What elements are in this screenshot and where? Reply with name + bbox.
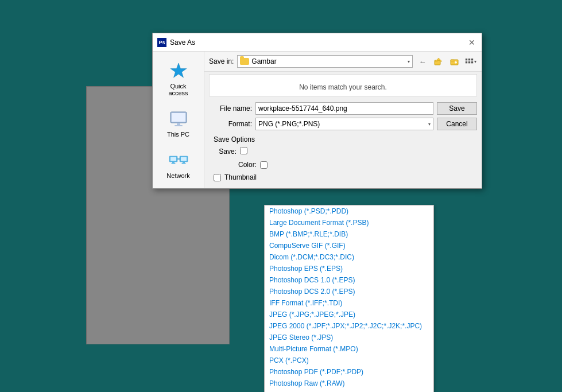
dropdown-item-large-doc[interactable]: Large Document Format (*.PSB) xyxy=(265,217,433,228)
dropdown-item-eps[interactable]: Photoshop EPS (*.EPS) xyxy=(265,263,433,274)
svg-rect-2 xyxy=(172,113,185,122)
view-button[interactable]: ▾ xyxy=(464,55,477,68)
view-dropdown-arrow: ▾ xyxy=(474,59,476,64)
svg-rect-7 xyxy=(172,162,175,163)
dropdown-item-jpeg2000[interactable]: JPEG 2000 (*.JPF;*.JPX;*.JP2;*.J2C;*.J2K… xyxy=(265,320,433,332)
dropdown-item-photoshop[interactable]: Photoshop (*.PSD;*.PDD) xyxy=(265,205,433,217)
save-as-dialog: Ps Save As ✕ Quick access xyxy=(152,33,482,189)
format-label: Format: xyxy=(209,120,252,128)
svg-rect-21 xyxy=(468,59,470,60)
path-combo[interactable]: Gambar ▾ xyxy=(237,55,413,68)
dropdown-item-iff[interactable]: IFF Format (*.IFF;*.TDI) xyxy=(265,297,433,309)
folder-icon xyxy=(240,58,249,65)
toolbar: Save in: Gambar ▾ ← xyxy=(204,52,482,72)
cancel-button[interactable]: Cancel xyxy=(437,118,477,130)
svg-rect-3 xyxy=(177,123,180,125)
file-list: No items match your search. xyxy=(209,74,477,96)
content-area: Save in: Gambar ▾ ← xyxy=(204,52,482,188)
new-folder-button[interactable] xyxy=(448,55,461,68)
path-combo-text: Gambar xyxy=(240,57,276,65)
dropdown-item-dicom[interactable]: Dicom (*.DCM;*.DC3;*.DIC) xyxy=(265,251,433,263)
thumbnail-checkbox[interactable] xyxy=(214,174,221,181)
color-section: Color: xyxy=(209,158,477,171)
save-checkbox-row xyxy=(240,147,247,154)
sidebar-item-this-pc-label: This PC xyxy=(167,131,189,138)
sidebar-item-quick-access[interactable]: Quick access xyxy=(157,57,200,100)
format-combo[interactable]: PNG (*.PNG;*.PNS) ▾ xyxy=(255,118,433,130)
save-label: Save: xyxy=(214,148,237,156)
photoshop-icon: Ps xyxy=(157,38,166,47)
title-bar-left: Ps Save As xyxy=(157,38,195,47)
save-button[interactable]: Save xyxy=(437,102,477,115)
file-name-input[interactable] xyxy=(255,102,433,115)
sidebar-item-quick-access-label: Quick access xyxy=(160,83,197,96)
thumbnail-label: Thumbnail xyxy=(224,173,257,181)
save-checkbox[interactable] xyxy=(240,147,247,154)
bottom-form: File name: Save Format: PNG (*.PNG;*.PNS… xyxy=(204,99,482,188)
file-name-row: File name: Save xyxy=(209,102,477,115)
close-button[interactable]: ✕ xyxy=(467,37,477,48)
dropdown-item-compuserve[interactable]: CompuServe GIF (*.GIF) xyxy=(265,240,433,251)
save-in-label: Save in: xyxy=(209,57,234,65)
file-name-label: File name: xyxy=(209,104,252,112)
title-bar: Ps Save As ✕ xyxy=(153,33,482,52)
dropdown-item-pcx[interactable]: PCX (*.PCX) xyxy=(265,355,433,366)
dialog-title: Save As xyxy=(170,38,195,46)
svg-rect-20 xyxy=(466,59,467,60)
color-label: Color: xyxy=(214,161,257,169)
svg-rect-23 xyxy=(466,61,467,63)
sidebar: Quick access This PC xyxy=(153,52,204,188)
quick-access-icon xyxy=(167,61,190,81)
dialog-content: Quick access This PC xyxy=(153,52,482,188)
sidebar-item-this-pc[interactable]: This PC xyxy=(157,106,200,141)
color-checkbox[interactable] xyxy=(260,161,268,169)
back-button[interactable]: ← xyxy=(416,55,429,68)
format-row: Format: PNG (*.PNG;*.PNS) ▾ Cancel xyxy=(209,118,477,130)
format-combo-arrow: ▾ xyxy=(428,122,431,127)
up-folder-button[interactable] xyxy=(432,55,445,68)
dropdown-item-jpeg[interactable]: JPEG (*.JPG;*.JPEG;*.JPE) xyxy=(265,309,433,320)
no-items-message: No items match your search. xyxy=(299,83,387,91)
svg-marker-0 xyxy=(170,63,187,77)
thumbnail-section: Thumbnail xyxy=(209,171,477,184)
svg-rect-12 xyxy=(181,163,185,164)
svg-rect-10 xyxy=(181,157,187,161)
dropdown-item-pdf[interactable]: Photoshop PDF (*.PDF;*.PDP) xyxy=(265,366,433,378)
format-dropdown[interactable]: Photoshop (*.PSD;*.PDD)Large Document Fo… xyxy=(264,205,434,392)
svg-rect-11 xyxy=(183,162,185,163)
this-pc-icon xyxy=(167,109,190,129)
current-folder: Gambar xyxy=(251,57,276,65)
save-options-title: Save Options xyxy=(214,135,255,143)
format-value: PNG (*.PNG;*.PNS) xyxy=(258,120,320,128)
dropdown-item-dcs2[interactable]: Photoshop DCS 2.0 (*.EPS) xyxy=(265,286,433,297)
svg-rect-8 xyxy=(171,163,175,164)
svg-rect-24 xyxy=(468,61,470,63)
svg-rect-22 xyxy=(471,59,473,60)
sidebar-item-network[interactable]: Network xyxy=(157,147,200,183)
dropdown-item-raw[interactable]: Photoshop Raw (*.RAW) xyxy=(265,378,433,389)
save-options-section: Save Options Save: xyxy=(209,133,477,158)
dropdown-item-dcs1[interactable]: Photoshop DCS 1.0 (*.EPS) xyxy=(265,274,433,286)
combo-arrow-icon: ▾ xyxy=(408,59,410,64)
dropdown-item-jpeg-stereo[interactable]: JPEG Stereo (*.JPS) xyxy=(265,332,433,343)
svg-rect-6 xyxy=(170,157,176,161)
svg-rect-25 xyxy=(471,61,473,63)
sidebar-item-network-label: Network xyxy=(166,172,189,179)
network-icon xyxy=(167,150,190,170)
svg-rect-4 xyxy=(175,125,183,126)
dropdown-item-bmp[interactable]: BMP (*.BMP;*.RLE;*.DIB) xyxy=(265,228,433,240)
dropdown-item-multi-picture[interactable]: Multi-Picture Format (*.MPO) xyxy=(265,343,433,355)
svg-rect-17 xyxy=(451,60,454,61)
dropdown-item-pixar[interactable]: Pixar (*.PXR) xyxy=(265,389,433,392)
